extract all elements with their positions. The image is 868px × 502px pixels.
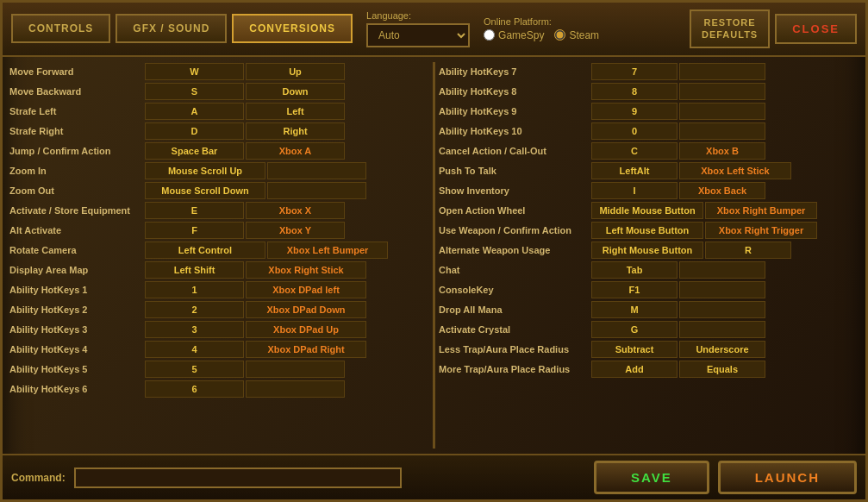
table-row: Ability HotKeys 100	[439, 122, 859, 141]
binding-key-primary[interactable]: F	[145, 222, 244, 239]
binding-name: Drop All Mana	[439, 304, 590, 315]
binding-key-primary[interactable]: 0	[591, 122, 678, 140]
binding-key-primary[interactable]: 9	[591, 103, 678, 120]
binding-key-primary[interactable]: 5	[145, 361, 244, 378]
restore-defaults-button[interactable]: RESTOREDEFAULTS	[690, 9, 770, 48]
binding-key-secondary[interactable]: Left	[246, 103, 345, 120]
table-row: Show InventoryIXbox Back	[439, 181, 859, 200]
binding-key-secondary[interactable]: Xbox A	[246, 142, 345, 160]
binding-key-primary[interactable]: F1	[591, 281, 678, 298]
binding-key-primary[interactable]: Left Control	[145, 242, 265, 259]
binding-key-secondary[interactable]: Xbox Left Stick	[679, 162, 791, 179]
platform-gamespy-label: GameSpy	[498, 29, 544, 41]
binding-key-secondary[interactable]: Xbox Right Trigger	[705, 222, 817, 239]
binding-key-secondary[interactable]: Underscore	[679, 341, 765, 358]
platform-steam-radio[interactable]	[554, 29, 565, 41]
binding-key-secondary[interactable]	[267, 162, 366, 179]
table-row: Ability HotKeys 88	[439, 82, 859, 101]
save-button[interactable]: SAVE	[594, 461, 709, 494]
binding-name: Strafe Right	[9, 126, 143, 136]
binding-key-primary[interactable]: Left Mouse Button	[591, 222, 703, 239]
binding-key-primary[interactable]: G	[591, 321, 678, 338]
tab-gfx-sound[interactable]: GFX / SOUND	[116, 14, 227, 43]
binding-key-secondary[interactable]: Xbox DPad Right	[246, 341, 366, 358]
platform-steam-label: Steam	[569, 29, 599, 41]
binding-key-secondary[interactable]: Xbox Right Stick	[246, 261, 366, 279]
binding-key-primary[interactable]: Left Shift	[145, 261, 244, 279]
binding-key-primary[interactable]: 3	[145, 321, 244, 338]
table-row: Move BackwardSDown	[9, 82, 429, 101]
binding-key-primary[interactable]: C	[591, 142, 678, 160]
binding-key-secondary[interactable]	[246, 380, 345, 398]
tab-conversions[interactable]: CONVERSIONS	[232, 14, 353, 43]
binding-key-primary[interactable]: 6	[145, 380, 244, 398]
binding-key-secondary[interactable]	[679, 83, 765, 100]
binding-key-secondary[interactable]: Up	[246, 63, 345, 80]
binding-key-primary[interactable]: 8	[591, 83, 678, 100]
table-row: Less Trap/Aura Place RadiusSubtractUnder…	[439, 340, 859, 359]
binding-key-secondary[interactable]: Xbox DPad left	[246, 281, 366, 298]
binding-key-primary[interactable]: D	[145, 122, 244, 140]
table-row: Activate / Store EquipmentEXbox X	[9, 201, 429, 220]
binding-name: Use Weapon / Confirm Action	[439, 225, 590, 235]
binding-key-primary[interactable]: E	[145, 202, 244, 219]
binding-key-secondary[interactable]: Xbox Y	[246, 222, 345, 239]
binding-key-primary[interactable]: 7	[591, 63, 678, 80]
binding-key-primary[interactable]: Mouse Scroll Up	[145, 162, 265, 179]
binding-key-primary[interactable]: Tab	[591, 261, 678, 279]
binding-key-secondary[interactable]	[679, 63, 765, 80]
table-row: Jump / Confirm ActionSpace BarXbox A	[9, 141, 429, 160]
table-row: Ability HotKeys 66	[9, 380, 429, 398]
binding-key-primary[interactable]: Mouse Scroll Down	[145, 182, 265, 199]
binding-key-secondary[interactable]	[679, 321, 765, 338]
launch-button[interactable]: LAUNCH	[718, 461, 857, 494]
platform-gamespy-radio[interactable]	[484, 29, 495, 41]
binding-key-secondary[interactable]: Xbox Back	[679, 182, 765, 199]
platform-gamespy[interactable]: GameSpy	[484, 29, 544, 41]
table-row: Ability HotKeys 22Xbox DPad Down	[9, 300, 429, 319]
binding-key-primary[interactable]: Add	[591, 361, 678, 378]
binding-key-primary[interactable]: M	[591, 301, 678, 318]
binding-key-primary[interactable]: Space Bar	[145, 142, 244, 160]
binding-name: Activate Crystal	[439, 324, 590, 335]
table-row: Ability HotKeys 99	[439, 102, 859, 121]
binding-key-primary[interactable]: I	[591, 182, 678, 199]
binding-key-secondary[interactable]: Down	[246, 83, 345, 100]
command-input[interactable]	[74, 467, 402, 488]
platform-steam[interactable]: Steam	[554, 29, 599, 41]
binding-key-primary[interactable]: W	[145, 63, 244, 80]
binding-key-secondary[interactable]: Xbox DPad Up	[246, 321, 366, 338]
binding-key-secondary[interactable]	[679, 261, 765, 279]
binding-key-secondary[interactable]: Right	[246, 122, 345, 140]
binding-key-secondary[interactable]: Xbox Left Bumper	[267, 242, 388, 259]
binding-key-secondary[interactable]	[246, 361, 345, 378]
binding-name: Ability HotKeys 9	[439, 106, 590, 116]
binding-key-secondary[interactable]	[267, 182, 366, 199]
binding-key-secondary[interactable]	[679, 103, 765, 120]
main-window: CONTROLS GFX / SOUND CONVERSIONS Languag…	[0, 0, 868, 502]
binding-key-secondary[interactable]: Xbox X	[246, 202, 345, 219]
binding-key-secondary[interactable]: Xbox B	[679, 142, 765, 160]
binding-key-secondary[interactable]	[679, 281, 765, 298]
binding-key-primary[interactable]: Subtract	[591, 341, 678, 358]
tab-controls[interactable]: CONTROLS	[11, 14, 110, 43]
close-button[interactable]: CLOSE	[775, 14, 857, 44]
binding-key-primary[interactable]: Right Mouse Button	[591, 242, 703, 259]
binding-key-primary[interactable]: 4	[145, 341, 244, 358]
binding-key-primary[interactable]: 2	[145, 301, 244, 318]
binding-key-secondary[interactable]: Xbox DPad Down	[246, 301, 366, 318]
binding-key-secondary[interactable]: Xbox Right Bumper	[705, 202, 817, 219]
binding-name: Less Trap/Aura Place Radius	[439, 344, 590, 355]
binding-key-secondary[interactable]: R	[705, 242, 791, 259]
binding-key-primary[interactable]: LeftAlt	[591, 162, 678, 179]
binding-key-secondary[interactable]	[679, 301, 765, 318]
binding-key-secondary[interactable]	[679, 122, 765, 140]
binding-key-secondary[interactable]: Equals	[679, 361, 765, 378]
binding-name: Display Area Map	[9, 265, 143, 275]
binding-key-primary[interactable]: S	[145, 83, 244, 100]
binding-key-primary[interactable]: Middle Mouse Button	[591, 202, 703, 219]
language-select[interactable]: Auto	[366, 23, 470, 47]
binding-key-primary[interactable]: A	[145, 103, 244, 120]
language-label: Language:	[366, 10, 411, 21]
binding-key-primary[interactable]: 1	[145, 281, 244, 298]
